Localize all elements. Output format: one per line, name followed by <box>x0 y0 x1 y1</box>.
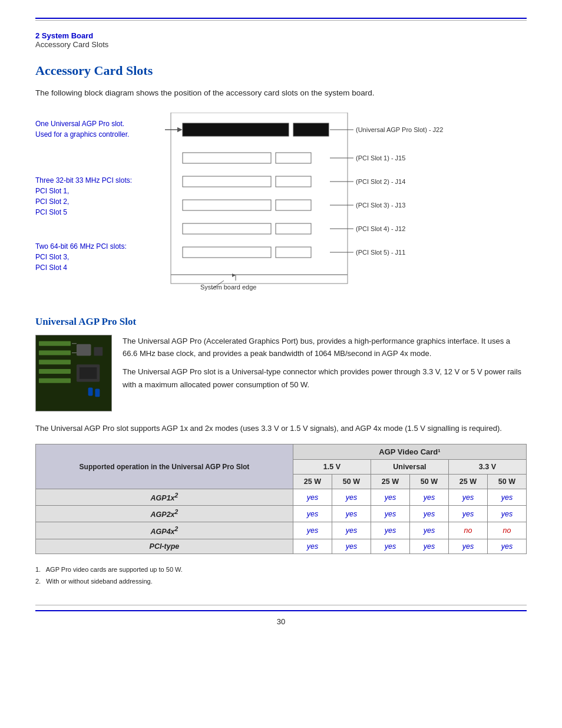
col-25w-2: 25 W <box>371 475 409 489</box>
agp1x-val5: yes <box>448 489 487 506</box>
svg-rect-1 <box>183 123 289 136</box>
pcitype-val1: yes <box>293 539 332 554</box>
svg-text:(PCI Slot 4) - J12: (PCI Slot 4) - J12 <box>356 225 405 232</box>
col-25w-1: 25 W <box>293 475 332 489</box>
table-row-header-label: Supported operation in the Universal AGP… <box>36 444 293 489</box>
pcitype-label: PCI-type <box>36 539 293 554</box>
agp4x-val2: yes <box>332 522 371 539</box>
svg-text:(PCI Slot 3) - J13: (PCI Slot 3) - J13 <box>356 202 405 209</box>
svg-rect-7 <box>183 200 271 210</box>
agp1x-val3: yes <box>371 489 409 506</box>
agp1x-val6: yes <box>487 489 526 506</box>
agp1x-val1: yes <box>293 489 332 506</box>
agp-table: Supported operation in the Universal AGP… <box>35 444 527 554</box>
footnotes: 1. AGP Pro video cards are supported up … <box>35 565 527 587</box>
top-rule-thin <box>35 20 527 21</box>
agp-image <box>35 335 112 411</box>
table-row-agp2x: AGP2x2 yes yes yes yes yes yes <box>36 506 527 522</box>
pcitype-val2: yes <box>332 539 371 554</box>
page: 2 System Board Accessory Card Slots Acce… <box>0 0 562 728</box>
agp4x-val1: yes <box>293 522 332 539</box>
svg-rect-4 <box>276 153 311 163</box>
svg-rect-9 <box>183 223 271 234</box>
agp4x-val4: yes <box>409 522 448 539</box>
agp1x-label: AGP1x2 <box>36 489 293 506</box>
agp4x-label: AGP4x2 <box>36 522 293 539</box>
svg-rect-35 <box>39 378 71 383</box>
label-agp: One Universal AGP Pro slot. Used for a g… <box>35 118 165 140</box>
col-50w-2: 50 W <box>409 475 448 489</box>
agp1x-val4: yes <box>409 489 448 506</box>
breadcrumb: 2 System Board Accessory Card Slots <box>35 31 527 49</box>
col-group-1-5v: 1.5 V <box>293 460 371 475</box>
diagram-area: One Universal AGP Pro slot. Used for a g… <box>35 113 527 297</box>
agp2x-val4: yes <box>409 506 448 522</box>
breadcrumb-sub: Accessory Card Slots <box>35 40 527 49</box>
svg-rect-2 <box>293 123 329 136</box>
table-row-agp1x: AGP1x2 yes yes yes yes yes yes <box>36 489 527 506</box>
label-agp-line2: Used for a graphics controller. <box>35 129 165 140</box>
agp2x-val1: yes <box>293 506 332 522</box>
pcitype-val4: yes <box>409 539 448 554</box>
agp-description: The Universal AGP Pro (Accelerated Graph… <box>123 335 527 411</box>
diagram-board: (Universal AGP Pro Slot) - J22 (PCI Slot… <box>165 113 527 297</box>
agp4x-val6: no <box>487 522 526 539</box>
svg-rect-8 <box>276 200 311 210</box>
agp2x-val2: yes <box>332 506 371 522</box>
svg-text:(PCI Slot 5) - J11: (PCI Slot 5) - J11 <box>356 249 405 256</box>
svg-rect-42 <box>88 387 93 396</box>
agp-table-wrapper: Supported operation in the Universal AGP… <box>35 444 527 554</box>
col-group-3-3v: 3.3 V <box>448 460 526 475</box>
col-50w-3: 50 W <box>487 475 526 489</box>
label-pci66-line3: PCI Slot 4 <box>35 262 165 273</box>
label-pci66: Two 64-bit 66 MHz PCI slots: PCI Slot 3,… <box>35 241 165 273</box>
bottom-rule-thin <box>35 605 527 605</box>
footnote-1: 1. AGP Pro video cards are supported up … <box>35 565 527 575</box>
col-25w-3: 25 W <box>448 475 487 489</box>
diagram-left-labels: One Universal AGP Pro slot. Used for a g… <box>35 113 165 297</box>
svg-rect-3 <box>183 153 271 163</box>
svg-rect-11 <box>183 247 271 258</box>
label-pci66-line1: Two 64-bit 66 MHz PCI slots: <box>35 241 165 252</box>
svg-rect-36 <box>77 344 91 355</box>
svg-text:(Universal AGP Pro Slot) - J22: (Universal AGP Pro Slot) - J22 <box>356 126 443 133</box>
svg-rect-39 <box>80 367 97 379</box>
bottom-rule-blue <box>35 610 527 611</box>
footnote-2: 2. With or without sideband addressing. <box>35 577 527 587</box>
svg-text:System board edge: System board edge <box>200 284 256 291</box>
svg-rect-6 <box>276 176 311 187</box>
pcitype-val6: yes <box>487 539 526 554</box>
label-pci33-line1: Three 32-bit 33 MHz PCI slots: <box>35 175 165 186</box>
svg-rect-10 <box>276 223 311 234</box>
agp-para3: The Universal AGP Pro slot supports AGP … <box>35 422 527 434</box>
col-50w-1: 50 W <box>332 475 371 489</box>
top-rule-blue <box>35 18 527 19</box>
svg-rect-32 <box>39 350 71 355</box>
agp4x-val5: no <box>448 522 487 539</box>
board-svg: (Universal AGP Pro Slot) - J22 (PCI Slot… <box>165 113 471 295</box>
agp2x-val6: yes <box>487 506 526 522</box>
agp-para2: The Universal AGP Pro slot is a Universa… <box>123 365 527 391</box>
table-row-pcitype: PCI-type yes yes yes yes yes yes <box>36 539 527 554</box>
label-pci33-line4: PCI Slot 5 <box>35 207 165 218</box>
svg-rect-43 <box>95 388 100 397</box>
svg-rect-37 <box>94 347 103 355</box>
label-agp-line1: One Universal AGP Pro slot. <box>35 118 165 129</box>
page-number: 30 <box>35 617 527 626</box>
table-row-agp4x: AGP4x2 yes yes yes yes no no <box>36 522 527 539</box>
agp-para1: The Universal AGP Pro (Accelerated Graph… <box>123 335 527 360</box>
table-main-header: AGP Video Card¹ <box>293 444 526 460</box>
agp2x-label: AGP2x2 <box>36 506 293 522</box>
svg-rect-33 <box>39 360 71 364</box>
pcitype-val3: yes <box>371 539 409 554</box>
svg-rect-12 <box>276 247 311 258</box>
agp2x-val5: yes <box>448 506 487 522</box>
label-pci66-line2: PCI Slot 3, <box>35 252 165 262</box>
agp2x-val3: yes <box>371 506 409 522</box>
agp-section: The Universal AGP Pro (Accelerated Graph… <box>35 335 527 411</box>
agp4x-val3: yes <box>371 522 409 539</box>
pcitype-val5: yes <box>448 539 487 554</box>
svg-rect-31 <box>39 341 71 345</box>
subsection-title: Universal AGP Pro Slot <box>35 316 527 328</box>
col-group-universal: Universal <box>371 460 448 475</box>
